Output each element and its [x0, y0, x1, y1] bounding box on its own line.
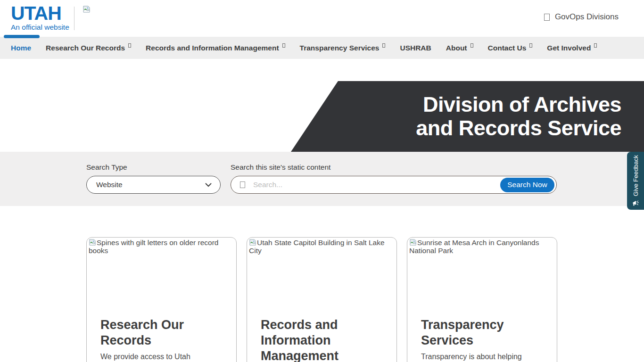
card-image-alt-text: Utah State Capitol Building in Salt Lake…	[249, 239, 385, 255]
caret-placeholder-icon	[282, 43, 285, 48]
nav-item-label: Get Involved	[547, 44, 591, 52]
card-image-alt-text: Spines with gilt letters on older record…	[89, 239, 218, 255]
nav-item-ushrab[interactable]: USHRAB	[400, 44, 431, 52]
main-nav: Home Research Our Records Records and In…	[0, 37, 644, 59]
hero-banner: Division of Archives and Records Service	[283, 81, 644, 152]
caret-placeholder-icon	[471, 43, 473, 48]
header-divider	[74, 7, 74, 30]
broken-image-icon	[249, 239, 256, 247]
card-records-information-management[interactable]: Utah State Capitol Building in Salt Lake…	[247, 237, 397, 362]
caret-placeholder-icon	[594, 43, 597, 48]
nav-item-label: Research Our Records	[46, 44, 125, 52]
search-section: Search Type Website Search this site's s…	[0, 152, 644, 206]
nav-item-label: About	[446, 44, 467, 52]
card-image-broken: Spines with gilt letters on older record…	[87, 238, 236, 312]
nav-item-label: Home	[11, 44, 31, 52]
card-title: Transparency Services	[421, 317, 544, 348]
nav-item-label: Contact Us	[488, 44, 527, 52]
nav-item-label: USHRAB	[400, 44, 431, 52]
nav-item-contact-us[interactable]: Contact Us	[488, 44, 533, 52]
card-title: Research Our Records	[100, 317, 223, 348]
card-description: Transparency is about helping people nav…	[421, 352, 544, 362]
card-research-our-records[interactable]: Spines with gilt letters on older record…	[86, 237, 237, 362]
search-type-value: Website	[96, 181, 123, 189]
nav-item-research-our-records[interactable]: Research Our Records	[46, 44, 131, 52]
search-now-button[interactable]: Search Now	[500, 178, 554, 192]
nav-item-about[interactable]: About	[446, 44, 473, 52]
govops-label: GovOps Divisions	[555, 12, 619, 22]
nav-item-get-involved[interactable]: Get Involved	[547, 44, 597, 52]
feature-cards: Spines with gilt letters on older record…	[86, 237, 557, 362]
page: UTAH An official website GovOps Division…	[0, 0, 644, 362]
card-image-broken: Utah State Capitol Building in Salt Lake…	[247, 238, 396, 312]
caret-placeholder-icon	[529, 43, 532, 48]
search-placeholder-icon	[240, 181, 245, 188]
nav-item-transparency-services[interactable]: Transparency Services	[300, 44, 386, 52]
megaphone-icon	[632, 200, 639, 207]
card-image-broken: Sunrise at Mesa Arch in Canyonlands Nati…	[407, 238, 557, 312]
broken-image-icon	[409, 239, 417, 247]
site-header: UTAH An official website GovOps Division…	[0, 0, 644, 37]
caret-placeholder-icon	[382, 43, 385, 48]
nav-item-records-information-management[interactable]: Records and Information Management	[146, 44, 285, 52]
utah-logo[interactable]: UTAH An official website	[11, 4, 74, 32]
page-title: Division of Archives and Records Service	[283, 93, 621, 140]
card-title: Records and Information Management	[261, 317, 383, 362]
give-feedback-button[interactable]: Give Feedback	[627, 152, 644, 210]
search-input[interactable]	[245, 181, 500, 189]
utah-logo-title: UTAH	[11, 4, 74, 23]
card-description: We provide access to Utah governmental e…	[100, 352, 223, 362]
govops-divisions-link[interactable]: GovOps Divisions	[544, 12, 619, 22]
give-feedback-label: Give Feedback	[632, 155, 639, 196]
nav-item-label: Transparency Services	[300, 44, 380, 52]
search-type-select[interactable]: Website	[86, 176, 221, 194]
site-search: Search Now	[231, 176, 557, 194]
nav-item-label: Records and Information Management	[146, 44, 279, 52]
utah-logo-subtitle: An official website	[11, 23, 74, 32]
card-transparency-services[interactable]: Sunrise at Mesa Arch in Canyonlands Nati…	[407, 237, 557, 362]
nav-item-home[interactable]: Home	[11, 44, 31, 52]
search-content-label: Search this site's static content	[231, 163, 330, 172]
agency-logo-broken-image-icon	[83, 6, 91, 16]
card-image-alt-text: Sunrise at Mesa Arch in Canyonlands Nati…	[409, 239, 539, 255]
govops-placeholder-icon	[544, 14, 550, 21]
chevron-down-icon	[205, 181, 212, 189]
search-type-label: Search Type	[86, 163, 127, 172]
broken-image-icon	[89, 239, 96, 247]
caret-placeholder-icon	[128, 43, 131, 48]
active-tab-indicator	[4, 35, 40, 38]
